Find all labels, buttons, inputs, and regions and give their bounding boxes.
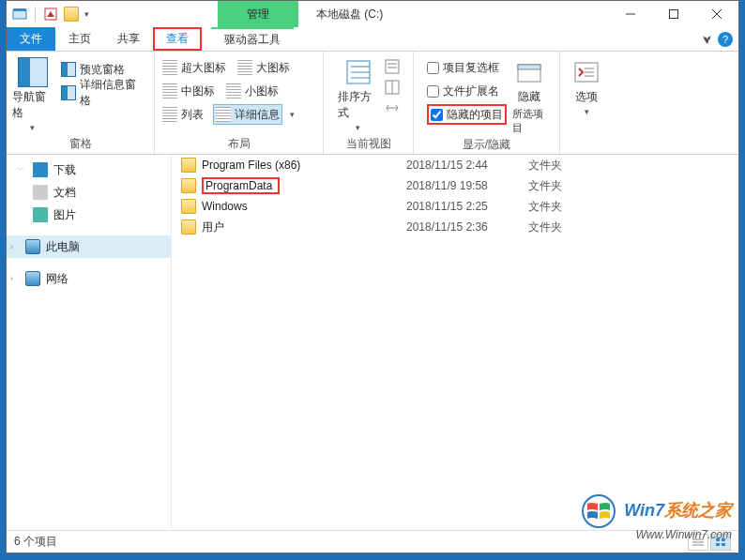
ribbon-view: 导航窗格 ▾ 预览窗格 详细信息窗格 窗格 超大图标 大图标 中图标 小图标 xyxy=(7,52,738,155)
file-date: 2018/11/9 19:58 xyxy=(406,179,528,192)
minimize-button[interactable] xyxy=(609,1,652,27)
file-date: 2018/11/15 2:44 xyxy=(406,159,528,172)
nav-documents[interactable]: 文档 xyxy=(7,181,171,204)
tab-home[interactable]: 主页 xyxy=(55,27,104,51)
file-date: 2018/11/15 2:25 xyxy=(406,200,528,213)
extra-large-icons-button[interactable]: 超大图标 xyxy=(160,57,228,78)
nav-network[interactable]: ›网络 xyxy=(7,267,171,290)
file-row[interactable]: ProgramData2018/11/9 19:58文件夹 xyxy=(172,175,738,196)
file-row[interactable]: Windows2018/11/15 2:25文件夹 xyxy=(172,196,738,217)
file-row[interactable]: Program Files (x86)2018/11/15 2:44文件夹 xyxy=(172,155,738,175)
size-columns-icon[interactable] xyxy=(385,100,400,115)
file-type: 文件夹 xyxy=(528,178,603,194)
file-name: Program Files (x86) xyxy=(202,159,300,172)
list-view-button[interactable]: 列表 xyxy=(160,104,205,125)
group-layout-label: 布局 xyxy=(160,134,317,154)
file-name: ProgramData xyxy=(202,177,280,194)
help-icon[interactable]: ? xyxy=(718,32,733,47)
title-bar: ▾ 管理 本地磁盘 (C:) xyxy=(7,1,738,27)
options-button[interactable]: 选项 ▾ xyxy=(566,55,607,116)
svg-rect-28 xyxy=(722,543,725,546)
sort-icon xyxy=(343,57,373,87)
qat-newfolder-icon[interactable] xyxy=(64,7,79,22)
tab-file[interactable]: 文件 xyxy=(7,27,55,51)
group-current-view-label: 当前视图 xyxy=(329,134,407,154)
details-view-button[interactable]: 详细信息 xyxy=(213,104,282,125)
folder-icon xyxy=(181,178,196,193)
file-extensions-toggle[interactable]: 文件扩展名 xyxy=(427,81,507,101)
app-icon xyxy=(12,7,27,22)
ribbon-collapse-icon[interactable]: ⮟ xyxy=(703,35,712,45)
file-type: 文件夹 xyxy=(528,199,603,215)
maximize-button[interactable] xyxy=(652,1,695,27)
group-by-icon[interactable] xyxy=(385,59,400,74)
tab-drive-tools[interactable]: 驱动器工具 xyxy=(211,27,294,51)
layout-more-icon[interactable]: ▾ xyxy=(290,110,295,119)
hide-icon xyxy=(514,57,544,87)
svg-rect-27 xyxy=(716,543,720,546)
nav-downloads[interactable]: ﹀下载 xyxy=(7,159,171,181)
options-icon xyxy=(571,57,601,87)
file-date: 2018/11/15 2:36 xyxy=(406,220,528,234)
folder-icon xyxy=(181,158,196,173)
qat-properties-icon[interactable] xyxy=(43,7,58,22)
group-show-hide-label: 显示/隐藏 xyxy=(419,135,554,155)
svg-rect-11 xyxy=(386,60,399,73)
svg-rect-1 xyxy=(13,8,26,11)
medium-icons-button[interactable]: 中图标 xyxy=(160,81,217,101)
file-name: Windows xyxy=(202,200,248,213)
svg-point-29 xyxy=(583,495,615,527)
item-checkboxes-toggle[interactable]: 项目复选框 xyxy=(427,57,507,78)
nav-pane-label: 导航窗格 xyxy=(12,89,53,121)
sort-by-button[interactable]: 排序方式 ▾ xyxy=(338,55,379,132)
tab-share[interactable]: 共享 xyxy=(104,27,153,51)
folder-icon xyxy=(181,199,196,214)
add-columns-icon[interactable] xyxy=(385,80,400,95)
ribbon-tabs: 文件 主页 共享 查看 驱动器工具 ⮟ ? xyxy=(7,27,738,52)
watermark: Win7系统之家 Www.Winwin7.com xyxy=(582,494,732,541)
svg-rect-4 xyxy=(670,10,678,19)
file-type: 文件夹 xyxy=(528,219,603,235)
qat-dropdown-icon[interactable]: ▾ xyxy=(84,9,89,19)
navigation-tree[interactable]: ﹀下载 文档 图片 ›此电脑 ›网络 xyxy=(7,155,172,530)
folder-icon xyxy=(181,219,196,235)
group-panes-label: 窗格 xyxy=(12,134,148,154)
navigation-pane-button[interactable]: 导航窗格 ▾ xyxy=(12,55,53,132)
file-name: 用户 xyxy=(202,219,224,235)
file-list[interactable]: Program Files (x86)2018/11/15 2:44文件夹Pro… xyxy=(172,155,738,530)
nav-this-pc[interactable]: ›此电脑 xyxy=(7,235,171,258)
large-icons-button[interactable]: 大图标 xyxy=(236,57,292,78)
details-pane-button[interactable]: 详细信息窗格 xyxy=(59,83,148,103)
status-item-count: 6 个项目 xyxy=(14,534,57,550)
file-row[interactable]: 用户2018/11/15 2:36文件夹 xyxy=(172,217,738,237)
nav-pictures[interactable]: 图片 xyxy=(7,204,171,226)
window-title: 本地磁盘 (C:) xyxy=(316,7,383,23)
contextual-tab-manage[interactable]: 管理 xyxy=(218,1,298,27)
svg-rect-17 xyxy=(518,65,540,69)
hidden-items-toggle[interactable]: 隐藏的项目 xyxy=(427,104,507,125)
tab-view[interactable]: 查看 xyxy=(153,27,202,51)
close-button[interactable] xyxy=(695,1,738,27)
small-icons-button[interactable]: 小图标 xyxy=(224,81,281,101)
hide-selected-button[interactable]: 隐藏 所选项目 xyxy=(512,55,546,135)
file-type: 文件夹 xyxy=(528,158,603,174)
svg-rect-0 xyxy=(13,10,26,19)
